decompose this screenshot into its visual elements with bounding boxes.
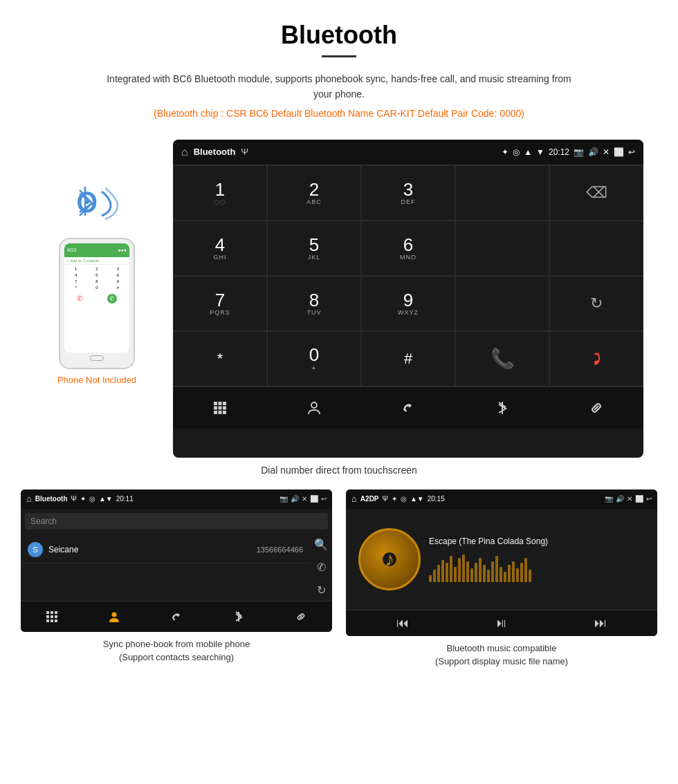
dialpad-btn-contacts[interactable] [267, 387, 361, 429]
dial-backspace[interactable]: ⌫ [549, 165, 643, 221]
time-display: 20:12 [549, 147, 569, 157]
dial-call-red[interactable] [549, 331, 643, 386]
home-icon[interactable]: ⌂ [181, 146, 188, 158]
dial-refresh[interactable]: ↻ [549, 276, 643, 331]
phonebook-screen: ⌂ Bluetooth Ψ ✦ ◎ ▲▼ 20:11 📷 🔊 ✕ ⬜ ↩ [21, 489, 332, 632]
dial-key-3[interactable]: 3 DEF [361, 165, 455, 221]
dial-call-green[interactable]: 📞 [455, 331, 549, 386]
phone-mockup: M20 ●●● + Add to Contacts 123 456 789 *0… [59, 238, 135, 369]
pb-btn-phone[interactable] [145, 601, 208, 632]
a2dp-wifi-icon: ▲▼ [410, 495, 424, 503]
music-play-pause-btn[interactable]: ⏯ [495, 616, 508, 631]
pb-bt-icon: ✦ [80, 495, 86, 503]
a2dp-bt-icon: ✦ [392, 495, 397, 503]
phonebook-search-bar[interactable]: Search [25, 513, 328, 530]
dialpad-btn-grid[interactable] [173, 387, 267, 429]
dialpad-btn-link[interactable] [549, 387, 643, 429]
a2dp-home-icon[interactable]: ⌂ [351, 494, 357, 504]
pb-time: 20:11 [116, 495, 134, 503]
phonebook-bottom-bar [21, 601, 332, 632]
dial-empty-4 [455, 276, 549, 331]
dialpad-grid: 1 ◌◌ 2 ABC 3 DEF ⌫ 4 GHI 5 JKL [173, 165, 643, 386]
svg-rect-19 [46, 619, 49, 622]
pb-btn-grid[interactable] [21, 601, 83, 632]
bluetooth-wave-icon: ʘ [73, 181, 121, 231]
dialpad-btn-phone[interactable] [361, 387, 455, 429]
svg-rect-18 [55, 615, 57, 618]
svg-rect-14 [51, 611, 53, 614]
dial-key-8[interactable]: 8 TUV [267, 276, 361, 331]
a2dp-caption: Bluetooth music compatible (Support disp… [435, 642, 568, 669]
contact-number: 13566664466 [257, 545, 303, 554]
phone-add-contact: + Add to Contacts [64, 257, 129, 265]
dial-key-9[interactable]: 9 WXYZ [361, 276, 455, 331]
phonebook-caption: Sync phone-book from mobile phone (Suppo… [103, 637, 250, 664]
pb-home-icon[interactable]: ⌂ [26, 494, 32, 504]
title-divider [322, 55, 356, 57]
pb-search-icon[interactable]: 🔍 [314, 538, 328, 551]
a2dp-title: A2DP [360, 495, 379, 503]
svg-rect-8 [214, 411, 217, 414]
a2dp-back-icon: ↩ [646, 495, 652, 503]
a2dp-close-icon: ✕ [627, 495, 632, 503]
svg-point-22 [112, 612, 117, 617]
dial-key-5[interactable]: 5 JKL [267, 221, 361, 276]
dial-key-6[interactable]: 6 MNO [361, 221, 455, 276]
signal-icon: ▲ [524, 147, 532, 157]
a2dp-cam-icon: 📷 [605, 495, 613, 503]
pb-back-icon: ↩ [321, 495, 327, 503]
phonebook-item[interactable]: S Seicane 13566664466 [21, 536, 310, 563]
pb-btn-bluetooth[interactable] [208, 601, 270, 632]
svg-rect-5 [214, 406, 217, 409]
camera-icon: 📷 [574, 147, 584, 157]
pb-call-icon[interactable]: ✆ [317, 561, 326, 574]
a2dp-statusbar: ⌂ A2DP Ψ ✦ ◎ ▲▼ 20:15 📷 🔊 ✕ ⬜ ↩ [346, 489, 657, 509]
phonebook-content: S Seicane 13566664466 🔍 ✆ ↻ [21, 534, 332, 601]
search-placeholder: Search [30, 516, 57, 526]
svg-rect-2 [214, 402, 217, 405]
phone-not-included-label: Phone Not Included [57, 375, 136, 385]
phone-home-button [90, 355, 104, 361]
phone-illustration: ʘ M20 ●●● + Add to Contacts 123 4 [35, 140, 159, 385]
svg-rect-9 [219, 411, 222, 414]
back-icon: ↩ [628, 147, 635, 157]
pb-sync-icon[interactable]: ↻ [317, 584, 326, 597]
page-description: Integrated with BC6 Bluetooth module, su… [97, 71, 581, 102]
music-controls: ⏮ ⏯ ⏭ [346, 610, 657, 636]
dial-key-1[interactable]: 1 ◌◌ [173, 165, 267, 221]
svg-rect-4 [223, 402, 226, 405]
dial-key-hash[interactable]: # [361, 331, 455, 386]
music-album-art: ♪ [358, 528, 421, 590]
svg-point-11 [311, 402, 317, 408]
svg-rect-3 [219, 402, 222, 405]
music-visualizer [429, 554, 645, 582]
a2dp-screen-wrap: ⌂ A2DP Ψ ✦ ◎ ▲▼ 20:15 📷 🔊 ✕ ⬜ ↩ [346, 489, 657, 669]
main-section: ʘ M20 ●●● + Add to Contacts 123 4 [0, 140, 678, 458]
pb-win-icon: ⬜ [310, 495, 318, 503]
music-next-btn[interactable]: ⏭ [594, 616, 607, 631]
pb-close-icon: ✕ [302, 495, 307, 503]
music-song-title: Escape (The Pina Colada Song) [429, 536, 645, 546]
phonebook-main: S Seicane 13566664466 [21, 534, 310, 601]
svg-rect-13 [46, 611, 49, 614]
dial-empty-3 [549, 221, 643, 276]
page-title: Bluetooth [0, 0, 678, 55]
phonebook-statusbar: ⌂ Bluetooth Ψ ✦ ◎ ▲▼ 20:11 📷 🔊 ✕ ⬜ ↩ [21, 489, 332, 509]
dial-key-star[interactable]: * [173, 331, 267, 386]
dial-key-0[interactable]: 0 + [267, 331, 361, 386]
dial-key-7[interactable]: 7 PQRS [173, 276, 267, 331]
svg-rect-17 [51, 615, 53, 618]
dial-empty-1 [455, 165, 549, 221]
statusbar-left: ⌂ Bluetooth Ψ [181, 146, 248, 158]
dial-key-4[interactable]: 4 GHI [173, 221, 267, 276]
svg-rect-6 [219, 406, 222, 409]
dialpad-btn-bluetooth[interactable] [455, 387, 549, 429]
contact-avatar: S [28, 542, 43, 557]
a2dp-vol-icon: 🔊 [616, 495, 624, 503]
dial-key-2[interactable]: 2 ABC [267, 165, 361, 221]
pb-wifi-icon: ▲▼ [99, 495, 113, 503]
pb-btn-contacts[interactable] [83, 601, 145, 632]
music-prev-btn[interactable]: ⏮ [396, 616, 409, 631]
phonebook-screen-wrap: ⌂ Bluetooth Ψ ✦ ◎ ▲▼ 20:11 📷 🔊 ✕ ⬜ ↩ [21, 489, 332, 669]
pb-btn-link[interactable] [270, 601, 332, 632]
